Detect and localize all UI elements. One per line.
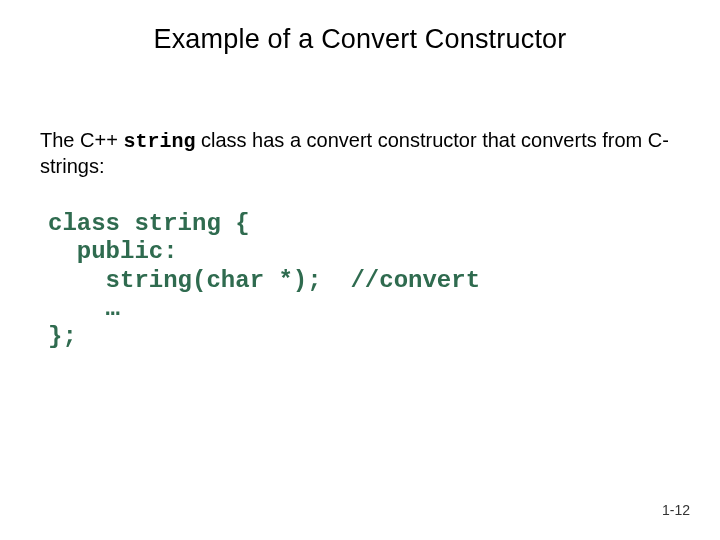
code-line-4: … [48,295,120,322]
code-block: class string { public: string(char *); /… [48,210,688,352]
code-line-5: }; [48,323,77,350]
page-number: 1-12 [662,502,690,518]
para-pre: The C++ [40,129,123,151]
code-line-3: string(char *); //convert [48,267,480,294]
para-keyword: string [123,130,195,153]
slide: Example of a Convert Constructor The C++… [0,0,720,540]
slide-title: Example of a Convert Constructor [0,24,720,55]
body-paragraph: The C++ string class has a convert const… [40,128,680,179]
code-line-2: public: [48,238,178,265]
code-line-1: class string { [48,210,250,237]
